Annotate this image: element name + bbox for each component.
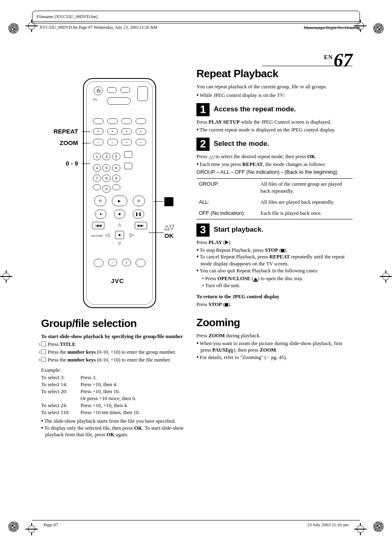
step-3-heading: 3Start playback. <box>196 223 353 237</box>
step-1-heading: 1Access the repeat mode. <box>196 103 353 116</box>
callout-zoom: ZOOM <box>42 139 78 147</box>
table-row: GROUP:All files of the current group are… <box>196 179 353 197</box>
heading-group-file: Group/file selection <box>41 316 189 331</box>
registration-mark <box>8 521 19 532</box>
page-prefix: EN <box>324 54 333 60</box>
step-1-text: Press PLAY SETUP while the JPEG Control … <box>196 119 353 126</box>
numbered-steps: 1Press TITLE. 2Press the number keys (0-… <box>41 341 189 364</box>
crop-mark <box>380 270 392 283</box>
reference-icon <box>266 355 270 360</box>
mode-sequence: GROUP→ALL→OFF (No indication)→(Back to t… <box>196 169 353 176</box>
tv-label: TV <box>93 98 97 102</box>
header-rule <box>32 23 360 23</box>
page-number-rule <box>262 66 353 66</box>
remote-slider <box>137 86 148 101</box>
crop-mark <box>354 523 367 535</box>
play-icon <box>225 240 228 244</box>
step-2-bullet: Each time you press REPEAT, the mode cha… <box>196 161 353 168</box>
eject-icon <box>254 278 258 281</box>
group-file-bullets: The slide-show playback starts from the … <box>41 418 189 439</box>
stop-icon <box>225 303 228 306</box>
callout-repeat: REPEAT <box>42 127 78 136</box>
footer-left: Page 67 <box>44 522 58 528</box>
updown-icon <box>209 154 214 161</box>
heading-zooming: Zooming <box>196 315 353 330</box>
transport-row-2: ● ■ ❚❚ <box>91 210 148 219</box>
example-label: Example: <box>41 367 189 374</box>
remote-top-group <box>107 87 131 106</box>
step-2-text: Press to select the desired repeat mode,… <box>196 153 353 161</box>
return-text: Press STOP (). <box>196 301 353 308</box>
lead-text: To start slide-show playback by specifyi… <box>41 333 189 340</box>
header-meta-right: Masterpage:Right-No-Heading <box>304 25 360 31</box>
remote-illustration: REPEAT ZOOM 0 - 9 ⏻ TV ++++ –––– <box>41 78 177 316</box>
power-icon: ⏻ <box>94 86 103 95</box>
zoom-text: Press ZOOM during playback. <box>196 332 353 339</box>
stop-square-callout <box>164 197 173 206</box>
repeat-intro-bullet: While JPEG control display is on the TV: <box>196 92 353 99</box>
footer-right: 23 July 2003 11:16 am <box>307 522 348 528</box>
step-2-heading: 2Select the mode. <box>196 138 353 151</box>
heading-repeat: Repeat Playback <box>196 67 353 81</box>
zoom-bullets: When you want to zoom the picture during… <box>196 340 353 362</box>
step-number-box: 2 <box>41 349 46 354</box>
brand-logo: JVC <box>111 277 124 285</box>
nav-ring: |◀◀ △ ▶▶| ◁ ■ ▷ ▽ OK/START <box>92 222 147 237</box>
bottom-pill-row: – + <box>91 259 148 267</box>
step-1-bullet: The current repeat mode is displayed on … <box>196 127 353 134</box>
bullet-ok: To display only the selected file, then … <box>41 425 189 439</box>
step-3-text: Press PLAY (). <box>196 239 353 246</box>
registration-mark <box>373 521 384 532</box>
callout-digits: 0 - 9 <box>42 159 78 168</box>
footer-rule <box>32 520 360 520</box>
crop-mark <box>0 270 12 283</box>
step-number-box: 1 <box>41 341 46 346</box>
header-meta-left: XVC33U_08DVD.fm Page 67 Wednesday, July … <box>39 25 157 30</box>
registration-mark <box>8 23 19 34</box>
transport-row-1: ⟲ ▶ ⟳ <box>91 196 148 206</box>
remote-plus-row: ++++ <box>91 128 148 135</box>
step-3-bullets: To stop Repeat Playback, press STOP (). … <box>196 247 353 289</box>
crop-mark <box>25 523 38 535</box>
example-table: To select 3:Press 3. To select 14:Press … <box>41 374 189 416</box>
return-heading: To return to the JPEG control display <box>196 293 353 300</box>
repeat-intro: You can repeat playback of the current g… <box>196 83 353 90</box>
registration-mark <box>373 23 384 34</box>
stop-icon <box>281 249 284 252</box>
filename-box: Filename [XVC33U_08DVD.fm] <box>32 11 360 22</box>
step-number-box: 3 <box>41 357 46 362</box>
pause-icon <box>232 347 233 354</box>
modes-table: GROUP:All files of the current group are… <box>196 178 353 219</box>
filename-text: Filename [XVC33U_08DVD.fm] <box>37 14 97 19</box>
number-pad: 1 2 3 4 5 6 7 8 9 0 <box>93 151 132 193</box>
remote-minus-row: –––– <box>91 139 148 145</box>
table-row: OFF (No indication):Each file is played … <box>196 208 353 219</box>
remote-tab-row <box>91 118 148 124</box>
updown-callout: △▽ OK <box>164 223 174 240</box>
table-row: ALL:All files are played back repeatedly… <box>196 197 353 208</box>
